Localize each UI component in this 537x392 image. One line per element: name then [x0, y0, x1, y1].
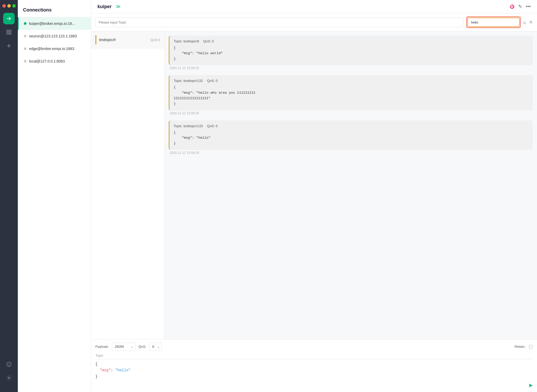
message-bubble-1: Topic: testtopic/132 QoS: 0 { "msg": "he… [169, 75, 533, 110]
search-icon[interactable]: ⌕ [523, 20, 526, 25]
chevron-icon: ≫ [116, 4, 121, 9]
compose-topic-label: Topic [95, 354, 533, 357]
message-bubble-2: Topic: testtopic/133 QoS: 0 { "msg": "he… [169, 120, 533, 150]
plus-icon [6, 43, 12, 49]
top-bar: kuiper ≫ ⏻ ✎ ••• [91, 0, 537, 13]
subscription-color-bar [95, 35, 96, 44]
message-group-2: Topic: testtopic/133 QoS: 0 { "msg": "he… [169, 120, 533, 158]
connections-header: Connections [18, 0, 91, 17]
window-controls [2, 4, 16, 8]
sidebar-item-add[interactable] [3, 40, 15, 52]
close-button[interactable] [2, 4, 6, 8]
gear-icon [6, 375, 12, 381]
connection-name-3: local@127.0.0.1:8083 [29, 59, 65, 63]
maximize-button[interactable] [12, 4, 16, 8]
svg-rect-4 [7, 33, 8, 34]
info-icon [6, 361, 12, 367]
sidebar-item-connections[interactable] [3, 13, 15, 24]
msg-key: "msg" [100, 368, 111, 372]
connection-status-dot-1 [24, 35, 26, 37]
svg-point-11 [8, 377, 10, 379]
retain-toggle[interactable] [529, 345, 533, 349]
sidebar [0, 0, 18, 392]
compose-options: Payload: JSON Plaintext Hex QoS: 0 1 2 R… [95, 343, 533, 351]
message-qos-2: QoS: 0 [207, 124, 217, 128]
svg-rect-5 [9, 33, 11, 34]
messages-area: Topic: testtopic/8 QoS: 0 { "msg": "hell… [165, 31, 537, 339]
qos-select[interactable]: 0 1 2 [149, 343, 162, 351]
message-topic-0: Topic: testtopic/8 [174, 39, 199, 43]
connection-status-dot-2 [24, 47, 26, 50]
svg-rect-3 [9, 30, 11, 32]
connection-name-0: kuiper@broker.emqx.io:18... [29, 21, 75, 26]
main-area: kuiper ≫ ⏻ ✎ ••• ⌕ ✕ testtopic/# QoS 0 [91, 0, 537, 392]
payload-format-wrapper[interactable]: JSON Plaintext Hex [112, 343, 135, 351]
message-group-1: Topic: testtopic/132 QoS: 0 { "msg": "he… [169, 75, 533, 118]
message-time-1: 2020-11-12 15:59:29 [169, 111, 533, 118]
connections-panel: Connections kuiper@broker.emqx.io:18... … [18, 0, 91, 392]
payload-format-select[interactable]: JSON Plaintext Hex [112, 343, 135, 351]
power-icon[interactable]: ⏻ [510, 4, 514, 9]
minimize-button[interactable] [7, 4, 11, 8]
connection-item-2[interactable]: edge@broker.emqx.io:1883 [18, 42, 91, 55]
subscription-list: testtopic/# QoS 0 [91, 31, 165, 339]
connection-name-1: neuron@123.123.123.1:1883 [29, 34, 77, 38]
sidebar-item-grid[interactable] [3, 26, 15, 38]
message-bubble-0: Topic: testtopic/8 QoS: 0 { "msg": "hell… [169, 36, 533, 65]
subscription-qos-0: QoS 0 [150, 38, 160, 42]
subscription-name-0: testtopic/# [99, 38, 148, 42]
topic-separator [95, 359, 533, 359]
compose-area: Payload: JSON Plaintext Hex QoS: 0 1 2 R… [91, 339, 537, 392]
qos-label: QoS: [139, 345, 146, 349]
grid-icon [6, 29, 12, 35]
message-topic-1: Topic: testtopic/132 [174, 79, 203, 83]
connection-status-dot-3 [24, 60, 26, 63]
message-header-1: Topic: testtopic/132 QoS: 0 [174, 79, 529, 83]
topic-input[interactable] [95, 18, 464, 27]
clear-icon[interactable]: ✕ [529, 19, 533, 25]
app-title: kuiper [97, 4, 112, 9]
msg-value: "hello" [115, 368, 131, 372]
message-time-2: 2020-11-12 15:59:29 [169, 151, 533, 158]
svg-point-10 [9, 363, 9, 363]
qos-wrapper[interactable]: 0 1 2 [149, 343, 162, 351]
message-body-1: { "msg": "hello who area you 111111111 1… [174, 85, 529, 107]
svg-point-1 [10, 18, 11, 19]
more-icon[interactable]: ••• [526, 4, 531, 9]
connection-item-3[interactable]: local@127.0.0.1:8083 [18, 55, 91, 68]
payload-label: Payload: [95, 345, 109, 349]
retain-label: Retain: [515, 345, 525, 349]
message-header-2: Topic: testtopic/133 QoS: 0 [174, 124, 529, 128]
sidebar-item-info[interactable] [3, 359, 15, 370]
send-button[interactable]: ➤ [528, 382, 533, 389]
search-input[interactable] [467, 18, 520, 27]
message-topic-2: Topic: testtopic/133 [174, 124, 203, 128]
connection-item-1[interactable]: neuron@123.123.123.1:1883 [18, 30, 91, 42]
sidebar-item-settings[interactable] [3, 372, 15, 384]
edit-icon[interactable]: ✎ [518, 4, 522, 9]
subscription-item-0[interactable]: testtopic/# QoS 0 [91, 31, 164, 48]
connection-item-0[interactable]: kuiper@broker.emqx.io:18... [18, 17, 91, 30]
svg-point-0 [7, 18, 8, 19]
top-bar-actions: ⏻ ✎ ••• [510, 4, 531, 9]
message-body-2: { "msg": "hello" } [174, 130, 529, 146]
content-area: testtopic/# QoS 0 Topic: testtopic/8 QoS… [91, 31, 537, 339]
message-time-0: 2020-11-12 15:59:29 [169, 66, 533, 73]
connections-icon [6, 16, 12, 21]
message-group-0: Topic: testtopic/8 QoS: 0 { "msg": "hell… [169, 36, 533, 73]
message-body-0: { "msg": "hello world" } [174, 45, 529, 61]
message-qos-1: QoS: 0 [207, 79, 217, 83]
message-header-0: Topic: testtopic/8 QoS: 0 [174, 39, 529, 43]
connection-status-dot-0 [24, 22, 26, 25]
svg-rect-2 [7, 30, 8, 32]
filter-bar: ⌕ ✕ [91, 13, 537, 31]
search-box-wrapper [466, 16, 521, 28]
connection-name-2: edge@broker.emqx.io:1883 [29, 47, 74, 51]
message-qos-0: QoS: 0 [203, 39, 214, 43]
compose-message: { "msg": "hello" } [95, 361, 533, 380]
